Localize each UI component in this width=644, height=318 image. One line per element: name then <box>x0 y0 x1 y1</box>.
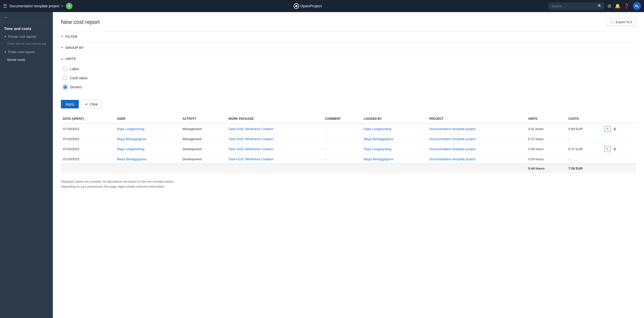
cell-user: Pippi Longstocking <box>115 144 181 155</box>
radio-circle-servers <box>63 85 67 89</box>
link-logged_by[interactable]: Pippi Longstocking <box>364 147 391 151</box>
top-navigation: ☰ Documentation template project ▼ + Ope… <box>0 0 644 12</box>
user-avatar[interactable]: PL <box>633 2 641 10</box>
link-project[interactable]: Documentation template project <box>429 157 476 161</box>
cell-activity: Development <box>181 155 226 164</box>
sort-arrow-icon: ↑ <box>85 117 86 121</box>
cell-logged_by: Maya Berdygylyjova <box>362 155 427 164</box>
table-row: 07/19/2023Maya BerdygylyjovaDevelopmentT… <box>61 155 636 164</box>
cell-comment: - <box>323 155 362 164</box>
link-work_package[interactable]: Task #318: Wireframe Creation <box>228 137 273 141</box>
link-project[interactable]: Documentation template project <box>429 127 476 131</box>
col-costs: COSTS <box>566 114 602 123</box>
undo-icon: ↩ <box>85 102 88 106</box>
table-row: 07/19/2023Pippi LongstockingManagementTa… <box>61 123 636 135</box>
notifications-icon[interactable]: 🔔 <box>615 3 620 9</box>
link-project[interactable]: Documentation template project <box>429 147 476 151</box>
filter-section-header[interactable]: ▼ FILTER <box>61 31 636 42</box>
link-user[interactable]: Pippi Longstocking <box>117 147 144 151</box>
sidebar-item-server-costs[interactable]: Server costs <box>0 56 53 64</box>
main-layout: ← Time and costs ▼ Private cost reports … <box>0 12 644 318</box>
link-logged_by[interactable]: Maya Berdygylyjova <box>364 157 393 161</box>
search-input[interactable] <box>549 3 604 10</box>
link-user[interactable]: Maya Berdygylyjova <box>117 157 146 161</box>
action-icons-group: ✎🗑 <box>604 146 634 152</box>
cell-actions <box>602 135 636 144</box>
units-options: LaborCash valueServers <box>61 64 636 98</box>
units-caret-up-icon: ▲ <box>61 57 63 60</box>
link-project[interactable]: Documentation template project <box>429 137 476 141</box>
hamburger-menu-icon[interactable]: ☰ <box>3 3 7 9</box>
private-reports-label: Private cost reports <box>8 35 36 38</box>
cell-comment: - <box>323 144 362 155</box>
col-date[interactable]: DATE (SPENT)↑ <box>61 114 115 123</box>
public-reports-label: Public cost reports <box>8 50 35 54</box>
help-icon[interactable]: ❓ <box>624 3 629 9</box>
group-by-caret-icon: ▼ <box>61 46 63 49</box>
footer-note-line1: Displayed values are rounded. All calcul… <box>61 179 636 184</box>
cell-work_package: Task #318: Wireframe Creation <box>226 123 323 135</box>
public-reports-group[interactable]: ▼ Public cost reports <box>0 48 53 56</box>
link-work_package[interactable]: Task #318: Wireframe Creation <box>228 157 273 161</box>
delete-row-button[interactable]: 🗑 <box>612 126 617 132</box>
sidebar-back-button[interactable]: ← <box>0 12 53 23</box>
units-section-header[interactable]: ▲ UNITS <box>61 53 636 64</box>
filter-label: FILTER <box>65 35 77 38</box>
svg-text:OpenProject: OpenProject <box>300 4 322 8</box>
add-project-button[interactable]: + <box>66 3 72 9</box>
link-logged_by[interactable]: Maya Berdygylyjova <box>364 137 393 141</box>
cell-project: Documentation template project <box>427 155 526 164</box>
col-logged_by: LOGGED BY <box>362 114 427 123</box>
project-selector[interactable]: Documentation template project ▼ <box>10 4 63 8</box>
cell-activity: Management <box>181 135 226 144</box>
cell-user: Maya Berdygylyjova <box>115 135 181 144</box>
table-row: 07/19/2023Pippi LongstockingDevelopmentT… <box>61 144 636 155</box>
delete-row-button[interactable]: 🗑 <box>612 146 617 152</box>
export-icon: 📄 <box>610 20 614 24</box>
footer-note: Displayed values are rounded. All calcul… <box>61 179 636 189</box>
export-xls-button[interactable]: 📄 Export XLS <box>606 18 636 26</box>
export-label: Export XLS <box>616 20 632 24</box>
col-units: UNITS <box>526 114 567 123</box>
no-private-reports-text: There are no cost reports yet. <box>0 41 53 48</box>
public-reports-caret-icon: ▼ <box>4 51 7 53</box>
topnav-right-area: 🔍 ⊞ 🔔 ❓ PL <box>549 2 641 10</box>
total-costs: 7.26 EUR <box>566 164 602 173</box>
link-user[interactable]: Maya Berdygylyjova <box>117 137 146 141</box>
cell-date: 07/19/2023 <box>61 135 115 144</box>
link-work_package[interactable]: Task #318: Wireframe Creation <box>228 127 273 131</box>
clear-button[interactable]: ↩ Clear <box>81 100 102 108</box>
col-comment: COMMENT <box>323 114 362 123</box>
page-title: New cost report <box>61 19 100 25</box>
cell-work_package: Task #318: Wireframe Creation <box>226 144 323 155</box>
cell-units: 0.01 hours <box>526 123 567 135</box>
cell-costs: 6.37 EUR <box>566 144 602 155</box>
edit-row-button[interactable]: ✎ <box>604 126 611 132</box>
apply-button[interactable]: Apply <box>61 100 79 108</box>
cell-project: Documentation template project <box>427 144 526 155</box>
cell-comment: - <box>323 135 362 144</box>
link-user[interactable]: Pippi Longstocking <box>117 127 144 131</box>
radio-circle-labor <box>63 67 67 71</box>
unit-option-labor[interactable]: Labor <box>63 67 636 71</box>
cell-units: 0.06 hours <box>526 144 567 155</box>
group-by-section-header[interactable]: ▼ GROUP BY <box>61 42 636 53</box>
cell-activity: Management <box>181 123 226 135</box>
cell-comment: - <box>323 123 362 135</box>
cell-project: Documentation template project <box>427 135 526 144</box>
totals-row: 5.44 hours7.26 EUR <box>61 164 636 173</box>
unit-option-cash_value[interactable]: Cash value <box>63 76 636 80</box>
cell-project: Documentation template project <box>427 123 526 135</box>
col-activity: ACTIVITY <box>181 114 226 123</box>
edit-row-button[interactable]: ✎ <box>604 146 611 152</box>
cell-date: 07/19/2023 <box>61 144 115 155</box>
cell-units: 0.37 hours <box>526 135 567 144</box>
project-name: Documentation template project <box>10 4 59 8</box>
link-logged_by[interactable]: Pippi Longstocking <box>364 127 391 131</box>
grid-apps-icon[interactable]: ⊞ <box>608 3 611 9</box>
unit-option-servers[interactable]: Servers <box>63 85 636 89</box>
link-work_package[interactable]: Task #318: Wireframe Creation <box>228 147 273 151</box>
project-caret-icon: ▼ <box>61 5 63 8</box>
cell-logged_by: Pippi Longstocking <box>362 144 427 155</box>
private-reports-group[interactable]: ▼ Private cost reports <box>0 33 53 41</box>
